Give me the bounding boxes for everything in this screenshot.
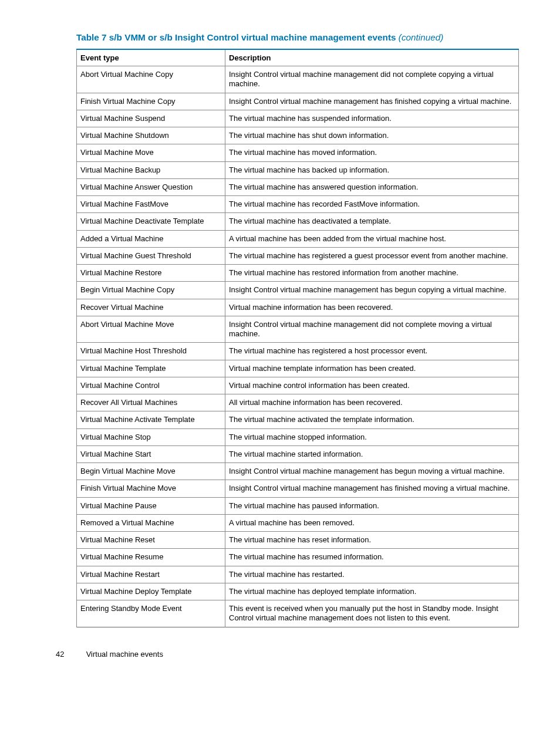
cell-description: Virtual machine information has been rec… — [225, 299, 519, 316]
table-row: Finish Virtual Machine CopyInsight Contr… — [77, 93, 519, 110]
cell-description: The virtual machine has moved informatio… — [225, 144, 519, 161]
cell-event-type: Virtual Machine Pause — [77, 497, 225, 514]
cell-description: The virtual machine has shut down inform… — [225, 127, 519, 144]
cell-event-type: Virtual Machine FastMove — [77, 196, 225, 213]
cell-description: Insight Control virtual machine manageme… — [225, 66, 519, 93]
cell-event-type: Virtual Machine Deploy Template — [77, 583, 225, 600]
cell-description: Insight Control virtual machine manageme… — [225, 282, 519, 299]
cell-description: Insight Control virtual machine manageme… — [225, 93, 519, 110]
cell-description: The virtual machine has deactivated a te… — [225, 213, 519, 230]
cell-event-type: Begin Virtual Machine Move — [77, 463, 225, 480]
table-row: Virtual Machine Deploy TemplateThe virtu… — [77, 583, 519, 600]
table-row: Virtual Machine StopThe virtual machine … — [77, 428, 519, 445]
cell-description: Virtual machine template information has… — [225, 360, 519, 377]
cell-description: The virtual machine has backed up inform… — [225, 161, 519, 178]
table-row: Abort Virtual Machine CopyInsight Contro… — [77, 66, 519, 93]
cell-event-type: Recover Virtual Machine — [77, 299, 225, 316]
cell-description: The virtual machine has restarted. — [225, 566, 519, 583]
table-row: Finish Virtual Machine MoveInsight Contr… — [77, 480, 519, 497]
table-row: Virtual Machine ResumeThe virtual machin… — [77, 549, 519, 566]
table-row: Virtual Machine RestoreThe virtual machi… — [77, 265, 519, 282]
cell-description: The virtual machine has registered a hos… — [225, 343, 519, 360]
page-footer: 42 Virtual machine events — [56, 650, 519, 659]
cell-description: Insight Control virtual machine manageme… — [225, 480, 519, 497]
cell-event-type: Virtual Machine Suspend — [77, 110, 225, 127]
cell-event-type: Abort Virtual Machine Move — [77, 316, 225, 343]
cell-description: The virtual machine has restored informa… — [225, 265, 519, 282]
cell-description: The virtual machine activated the templa… — [225, 411, 519, 428]
table-row: Virtual Machine Host ThresholdThe virtua… — [77, 343, 519, 360]
cell-event-type: Removed a Virtual Machine — [77, 514, 225, 531]
table-row: Virtual Machine Activate TemplateThe vir… — [77, 411, 519, 428]
cell-event-type: Virtual Machine Stop — [77, 428, 225, 445]
table-row: Virtual Machine BackupThe virtual machin… — [77, 161, 519, 178]
cell-event-type: Virtual Machine Template — [77, 360, 225, 377]
table-row: Virtual Machine PauseThe virtual machine… — [77, 497, 519, 514]
cell-event-type: Virtual Machine Control — [77, 377, 225, 394]
cell-event-type: Virtual Machine Answer Question — [77, 178, 225, 195]
page-number: 42 — [56, 650, 84, 659]
cell-event-type: Finish Virtual Machine Move — [77, 480, 225, 497]
cell-description: The virtual machine has answered questio… — [225, 178, 519, 195]
cell-description: The virtual machine has resumed informat… — [225, 549, 519, 566]
cell-description: The virtual machine has registered a gue… — [225, 247, 519, 264]
table-row: Begin Virtual Machine CopyInsight Contro… — [77, 282, 519, 299]
cell-description: The virtual machine started information. — [225, 445, 519, 463]
table-row: Recover Virtual MachineVirtual machine i… — [77, 299, 519, 316]
table-row: Virtual Machine Deactivate TemplateThe v… — [77, 213, 519, 230]
cell-event-type: Virtual Machine Resume — [77, 549, 225, 566]
cell-description: The virtual machine has paused informati… — [225, 497, 519, 514]
cell-description: The virtual machine has recorded FastMov… — [225, 196, 519, 213]
cell-description: The virtual machine has suspended inform… — [225, 110, 519, 127]
cell-event-type: Virtual Machine Restore — [77, 265, 225, 282]
table-row: Virtual Machine ControlVirtual machine c… — [77, 377, 519, 394]
cell-event-type: Entering Standby Mode Event — [77, 600, 225, 627]
cell-description: The virtual machine has deployed templat… — [225, 583, 519, 600]
table-row: Virtual Machine ResetThe virtual machine… — [77, 532, 519, 549]
cell-description: This event is received when you manually… — [225, 600, 519, 627]
cell-description: Insight Control virtual machine manageme… — [225, 463, 519, 480]
table-row: Virtual Machine TemplateVirtual machine … — [77, 360, 519, 377]
table-row: Virtual Machine StartThe virtual machine… — [77, 445, 519, 463]
cell-event-type: Virtual Machine Backup — [77, 161, 225, 178]
cell-event-type: Virtual Machine Start — [77, 445, 225, 463]
cell-description: The virtual machine stopped information. — [225, 428, 519, 445]
title-continued: (continued) — [399, 32, 444, 42]
table-row: Entering Standby Mode EventThis event is… — [77, 600, 519, 627]
table-row: Recover All Virtual MachinesAll virtual … — [77, 394, 519, 411]
cell-description: Insight Control virtual machine manageme… — [225, 316, 519, 343]
cell-event-type: Recover All Virtual Machines — [77, 394, 225, 411]
cell-event-type: Added a Virtual Machine — [77, 230, 225, 247]
cell-event-type: Virtual Machine Guest Threshold — [77, 247, 225, 264]
table-row: Begin Virtual Machine MoveInsight Contro… — [77, 463, 519, 480]
cell-event-type: Abort Virtual Machine Copy — [77, 66, 225, 93]
table-row: Virtual Machine RestartThe virtual machi… — [77, 566, 519, 583]
cell-description: A virtual machine has been added from th… — [225, 230, 519, 247]
table-row: Virtual Machine Guest ThresholdThe virtu… — [77, 247, 519, 264]
table-row: Virtual Machine ShutdownThe virtual mach… — [77, 127, 519, 144]
cell-event-type: Begin Virtual Machine Copy — [77, 282, 225, 299]
table-row: Virtual Machine FastMoveThe virtual mach… — [77, 196, 519, 213]
cell-event-type: Virtual Machine Reset — [77, 532, 225, 549]
cell-event-type: Virtual Machine Activate Template — [77, 411, 225, 428]
cell-event-type: Virtual Machine Deactivate Template — [77, 213, 225, 230]
header-description: Description — [225, 49, 519, 66]
table-row: Abort Virtual Machine MoveInsight Contro… — [77, 316, 519, 343]
cell-event-type: Finish Virtual Machine Copy — [77, 93, 225, 110]
table-row: Added a Virtual MachineA virtual machine… — [77, 230, 519, 247]
cell-event-type: Virtual Machine Restart — [77, 566, 225, 583]
table-header-row: Event type Description — [77, 49, 519, 66]
header-event-type: Event type — [77, 49, 225, 66]
table-row: Virtual Machine MoveThe virtual machine … — [77, 144, 519, 161]
cell-description: A virtual machine has been removed. — [225, 514, 519, 531]
cell-event-type: Virtual Machine Move — [77, 144, 225, 161]
table-title: Table 7 s/b VMM or s/b Insight Control v… — [76, 32, 519, 43]
events-table: Event type Description Abort Virtual Mac… — [76, 49, 519, 627]
table-row: Removed a Virtual MachineA virtual machi… — [77, 514, 519, 531]
table-row: Virtual Machine Answer QuestionThe virtu… — [77, 178, 519, 195]
table-row: Virtual Machine SuspendThe virtual machi… — [77, 110, 519, 127]
cell-event-type: Virtual Machine Host Threshold — [77, 343, 225, 360]
cell-description: All virtual machine information has been… — [225, 394, 519, 411]
title-main: Table 7 s/b VMM or s/b Insight Control v… — [76, 32, 399, 42]
cell-description: The virtual machine has reset informatio… — [225, 532, 519, 549]
